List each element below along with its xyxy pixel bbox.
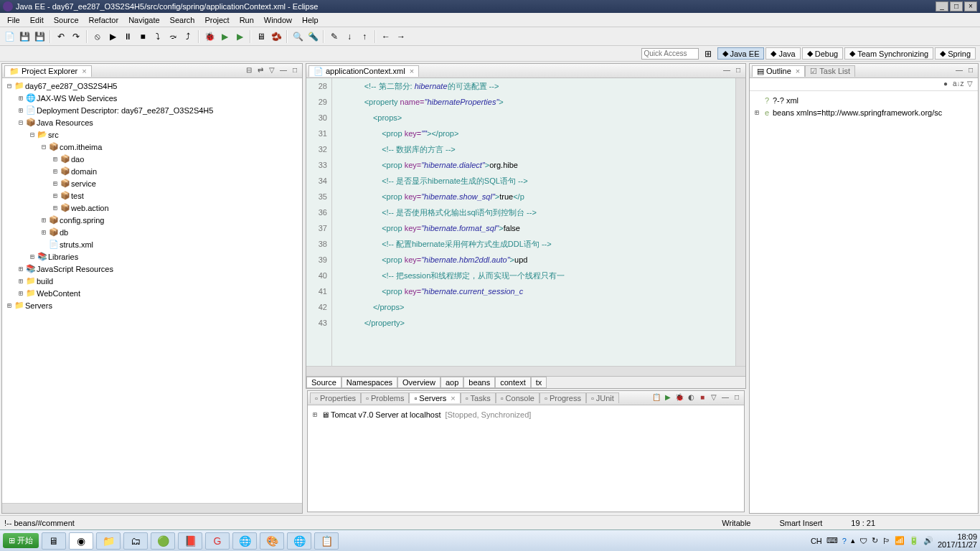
minimize-panel-icon[interactable]: — bbox=[278, 66, 288, 76]
resume-button[interactable]: ▶ bbox=[106, 30, 119, 43]
tree-node[interactable]: ⊞📁WebContent bbox=[5, 287, 299, 299]
task-chrome1[interactable]: 🌐 bbox=[232, 532, 257, 550]
bottom-tab-properties[interactable]: ▫Properties bbox=[310, 392, 361, 403]
menu-edit[interactable]: Edit bbox=[26, 14, 48, 26]
task-notes[interactable]: 📋 bbox=[314, 532, 339, 550]
toggle-mark-button[interactable]: ✎ bbox=[328, 30, 341, 43]
tray-shield-icon[interactable]: 🛡 bbox=[859, 537, 867, 545]
tray-keyboard-icon[interactable]: ⌨ bbox=[826, 536, 838, 545]
menu-help[interactable]: Help bbox=[298, 14, 323, 26]
prev-annotation-button[interactable]: ↑ bbox=[358, 30, 371, 43]
editor-tab-context[interactable]: context bbox=[495, 377, 530, 388]
outline-sort-icon[interactable]: a↓z bbox=[953, 80, 963, 90]
minimize-outline-icon[interactable]: — bbox=[954, 66, 964, 76]
forward-button[interactable]: → bbox=[395, 30, 407, 43]
new-bean-button[interactable]: 🫘 bbox=[270, 30, 283, 43]
editor-tab[interactable]: 📄 applicationContext.xml × bbox=[308, 65, 419, 77]
tree-node[interactable]: ⊞📚JavaScript Resources bbox=[5, 263, 299, 275]
tray-chevron-icon[interactable]: ▴ bbox=[851, 536, 855, 545]
task-app2[interactable]: 📕 bbox=[178, 532, 202, 550]
task-app1[interactable]: 🟢 bbox=[151, 532, 175, 550]
back-button[interactable]: ← bbox=[380, 30, 392, 43]
maximize-editor-icon[interactable]: □ bbox=[733, 66, 743, 76]
save-button[interactable]: 💾 bbox=[18, 30, 31, 43]
step-over-button[interactable]: ⤼ bbox=[166, 30, 179, 43]
task-folders[interactable]: 🗂 bbox=[123, 532, 148, 550]
tree-node[interactable]: ⊞📦test bbox=[5, 189, 299, 202]
close-tab-icon[interactable]: × bbox=[82, 67, 86, 75]
tree-node[interactable]: ⊟📦com.itheima bbox=[5, 141, 299, 153]
task-eclipse[interactable]: ◉ bbox=[69, 532, 93, 550]
servers-menu-icon[interactable]: ▽ bbox=[709, 393, 719, 403]
menu-search[interactable]: Search bbox=[166, 14, 199, 26]
tray-battery-icon[interactable]: 🔋 bbox=[909, 536, 919, 545]
outline-tree[interactable]: ??-? xml⊞ebeans xmlns=http://www.springf… bbox=[750, 91, 978, 513]
tray-network-icon[interactable]: 📶 bbox=[895, 536, 905, 545]
project-tree[interactable]: ⊟📁day67_ee287_O3S2S4H5⊞🌐JAX-WS Web Servi… bbox=[2, 78, 302, 503]
tree-node[interactable]: ⊞📦dao bbox=[5, 153, 299, 165]
collapse-all-icon[interactable]: ⊟ bbox=[244, 66, 254, 76]
menu-run[interactable]: Run bbox=[235, 14, 258, 26]
tree-node[interactable]: ⊞📚Libraries bbox=[5, 250, 299, 263]
editor-tab-namespaces[interactable]: Namespaces bbox=[341, 377, 397, 388]
editor-tab-beans[interactable]: beans bbox=[463, 377, 495, 388]
next-annotation-button[interactable]: ↓ bbox=[343, 30, 356, 43]
tree-node[interactable]: ⊞📁build bbox=[5, 275, 299, 287]
task-explorer[interactable]: 🖥 bbox=[42, 532, 66, 550]
bottom-tab-progress[interactable]: ▫Progress bbox=[540, 392, 586, 403]
search-button[interactable]: 🔦 bbox=[306, 30, 319, 43]
outline-field-icon[interactable]: ● bbox=[941, 80, 951, 90]
save-all-button[interactable]: 💾 bbox=[33, 30, 46, 43]
servers-start-icon[interactable]: ▶ bbox=[663, 393, 673, 403]
editor-body[interactable]: 28293031323334353637383940414243 <!-- 第二… bbox=[306, 78, 745, 366]
tray-clock[interactable]: 18:09 2017/11/27 bbox=[938, 533, 977, 549]
editor-vscroll[interactable] bbox=[735, 78, 745, 366]
tray-flag-icon[interactable]: 🏳 bbox=[882, 537, 890, 545]
editor-tab-source[interactable]: Source bbox=[306, 377, 341, 388]
perspective-java[interactable]: ◆Java bbox=[765, 47, 800, 60]
tree-node[interactable]: ⊟📁day67_ee287_O3S2S4H5 bbox=[5, 80, 299, 92]
tree-node[interactable]: ⊞📁Servers bbox=[5, 299, 299, 311]
tree-node[interactable]: ⊞📦web.action bbox=[5, 202, 299, 214]
servers-debug-icon[interactable]: 🐞 bbox=[674, 393, 684, 403]
perspective-debug[interactable]: ◆Debug bbox=[802, 47, 843, 60]
minimize-bottom-icon[interactable]: — bbox=[720, 393, 730, 403]
redo-button[interactable]: ↷ bbox=[70, 30, 83, 43]
editor-tab-aop[interactable]: aop bbox=[440, 377, 463, 388]
tree-node[interactable]: ⊟📦Java Resources bbox=[5, 116, 299, 128]
servers-profile-icon[interactable]: ◐ bbox=[686, 393, 696, 403]
editor-tab-overview[interactable]: Overview bbox=[397, 377, 440, 388]
suspend-button[interactable]: ⏸ bbox=[121, 30, 134, 43]
close-editor-icon[interactable]: × bbox=[410, 67, 414, 75]
tree-node[interactable]: ⊞📦service bbox=[5, 177, 299, 189]
open-type-button[interactable]: 🔍 bbox=[291, 30, 304, 43]
editor-hscroll[interactable] bbox=[306, 366, 745, 376]
outline-item[interactable]: ??-? xml bbox=[753, 94, 975, 106]
close-button[interactable]: × bbox=[964, 1, 977, 11]
new-button[interactable]: 📄 bbox=[3, 30, 16, 43]
outline-tab[interactable]: ▤ Outline × bbox=[752, 65, 805, 77]
new-server-button[interactable]: 🖥 bbox=[255, 30, 268, 43]
menu-refactor[interactable]: Refactor bbox=[85, 14, 123, 26]
perspective-spring[interactable]: ◆Spring bbox=[935, 47, 976, 60]
task-list-tab[interactable]: ☑ Task List bbox=[805, 65, 855, 77]
task-files[interactable]: 📁 bbox=[96, 532, 121, 550]
tree-node[interactable]: ⊞📦db bbox=[5, 226, 299, 238]
editor-tab-tx[interactable]: tx bbox=[531, 377, 547, 388]
servers-publish-icon[interactable]: 📋 bbox=[651, 393, 661, 403]
tree-node[interactable]: ⊞🌐JAX-WS Web Services bbox=[5, 92, 299, 104]
debug-button[interactable]: 🐞 bbox=[203, 30, 216, 43]
perspective-java-ee[interactable]: ◆Java EE bbox=[717, 47, 765, 60]
tree-node[interactable]: 📄struts.xml bbox=[5, 238, 299, 250]
servers-stop-icon[interactable]: ■ bbox=[697, 393, 707, 403]
undo-button[interactable]: ↶ bbox=[55, 30, 67, 43]
view-menu-icon[interactable]: ▽ bbox=[267, 66, 277, 76]
code-area[interactable]: <!-- 第二部分: hibernate的可选配置 --> <property … bbox=[332, 78, 735, 366]
tray-help-icon[interactable]: ? bbox=[842, 537, 847, 545]
perspective-team-synchronizing[interactable]: ◆Team Synchronizing bbox=[844, 47, 933, 60]
tree-node[interactable]: ⊞📄Deployment Descriptor: day67_ee287_O3S… bbox=[5, 104, 299, 116]
menu-navigate[interactable]: Navigate bbox=[124, 14, 164, 26]
start-button[interactable]: ⊞ 开始 bbox=[3, 533, 39, 548]
menu-source[interactable]: Source bbox=[50, 14, 83, 26]
bottom-tab-servers[interactable]: ▫Servers× bbox=[409, 392, 460, 403]
